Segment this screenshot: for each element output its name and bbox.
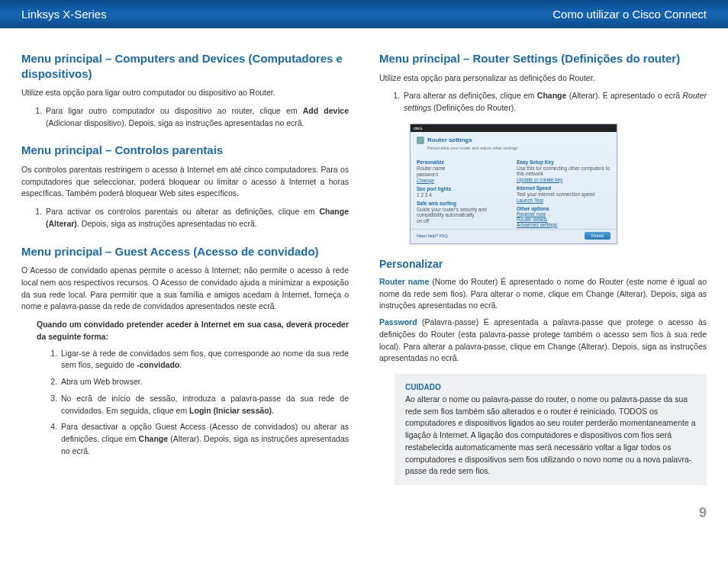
left-column: Menu principal – Computers and Devices (… [21, 51, 349, 494]
ss-brandbar: cisco [411, 124, 617, 132]
heading-guest: Menu principal – Guest Access (Acesso de… [21, 244, 349, 259]
ss-title: Router settings [427, 137, 472, 143]
intro-parental: Os controlos parentais restringem o aces… [21, 164, 349, 200]
list-item: No ecrã de início de sessão, introduza a… [60, 393, 349, 417]
right-column: Menu principal – Router Settings (Defini… [379, 51, 707, 494]
intro-computers-devices: Utilize esta opção para ligar outro comp… [21, 87, 349, 99]
content-area: Menu principal – Computers and Devices (… [0, 28, 728, 502]
page-number: 9 [0, 502, 728, 532]
caution-body: Ao alterar o nome ou palavra-passe do ro… [405, 394, 696, 476]
list-item: Para activar os controlos parentais ou a… [44, 206, 349, 230]
guest-subblock: Quando um convidado pretender aceder à I… [37, 319, 349, 458]
page-header: Linksys X-Series Como utilizar o Cisco C… [0, 0, 728, 28]
ss-body: Personalize Router name password Change … [411, 153, 617, 229]
header-left: Linksys X-Series [21, 8, 107, 21]
ss-subtitle: Personalize your router and adjust other… [411, 146, 617, 153]
p-password: Password (Palavra-passe) É apresentada a… [379, 317, 707, 365]
header-right: Como utilizar o Cisco Connect [552, 8, 707, 21]
list-item: Para ligar outro computador ou dispositi… [44, 105, 349, 130]
list-item: Ligar-se à rede de convidados sem fios, … [60, 348, 349, 372]
ss-finish-button: Finish [585, 232, 610, 240]
heading-router-settings: Menu principal – Router Settings (Defini… [379, 51, 707, 66]
heading-personalizar: Personalizar [379, 258, 707, 270]
ss-col-left: Personalize Router name password Change … [417, 156, 511, 227]
caution-box: Cuidado Ao alterar o nome ou palavra-pas… [395, 374, 707, 485]
list-item: Para alterar as definições, clique em Ch… [402, 90, 707, 114]
list-router-settings: Para alterar as definições, clique em Ch… [379, 90, 707, 114]
p-router-name: Router name (Nome do Router) É apresenta… [379, 276, 707, 312]
intro-router-settings: Utilize esta opção para personalizar as … [379, 72, 707, 85]
heading-parental: Menu principal – Controlos parentais [21, 143, 349, 158]
list-guest: Ligar-se à rede de convidados sem fios, … [37, 348, 349, 458]
ss-help-link: Need help? FAQ [417, 233, 448, 238]
ss-footer: Need help? FAQ Finish [411, 229, 617, 243]
list-item: Para desactivar a opção Guest Access (Ac… [60, 421, 349, 457]
ss-title-row: Router settings [411, 132, 617, 146]
guest-subhead: Quando um convidado pretender aceder à I… [37, 319, 349, 343]
list-computers-devices: Para ligar outro computador ou dispositi… [21, 105, 349, 130]
router-settings-screenshot: cisco Router settings Personalize your r… [410, 124, 617, 244]
list-item: Abra um Web browser. [60, 376, 349, 388]
router-icon [417, 137, 424, 144]
list-parental: Para activar os controlos parentais ou a… [21, 206, 349, 230]
ss-col-right: Easy Setup Key Use this for connecting o… [517, 156, 610, 227]
caution-title: Cuidado [405, 383, 441, 391]
intro-guest: O Acesso de convidado apenas permite o a… [21, 265, 349, 313]
heading-computers-devices: Menu principal – Computers and Devices (… [21, 51, 349, 81]
